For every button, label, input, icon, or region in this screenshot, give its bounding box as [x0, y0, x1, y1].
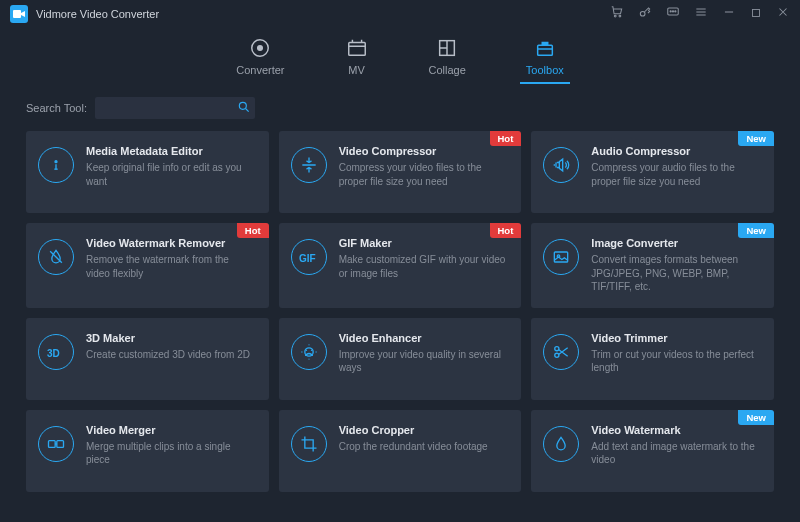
badge-hot: Hot [490, 223, 522, 238]
card-title: GIF Maker [339, 237, 508, 249]
svg-point-3 [640, 11, 645, 16]
content-area: Search Tool: Media Metadata Editor Keep … [0, 85, 800, 521]
card-title: Image Converter [591, 237, 760, 249]
card-text: Audio Compressor Compress your audio fil… [591, 145, 760, 199]
tab-label: MV [348, 64, 365, 76]
svg-point-2 [619, 15, 621, 17]
app-title: Vidmore Video Converter [36, 8, 610, 20]
badge-hot: Hot [237, 223, 269, 238]
card-desc: Compress your video files to the proper … [339, 161, 508, 188]
card-text: Video Cropper Crop the redundant video f… [339, 424, 488, 478]
svg-point-15 [55, 161, 57, 163]
card-text: Video Merger Merge multiple clips into a… [86, 424, 255, 478]
tab-label: Toolbox [526, 64, 564, 76]
window-controls [610, 5, 790, 23]
search-label: Search Tool: [26, 102, 87, 114]
card-desc: Merge multiple clips into a single piece [86, 440, 255, 467]
svg-rect-8 [753, 10, 760, 17]
mv-icon [345, 36, 369, 60]
tab-label: Converter [236, 64, 284, 76]
toolbox-icon [533, 36, 557, 60]
card-desc: Convert images formats between JPG/JPEG,… [591, 253, 760, 294]
tab-converter[interactable]: Converter [236, 36, 284, 84]
card-text: Video Trimmer Trim or cut your videos to… [591, 332, 760, 386]
svg-rect-23 [49, 440, 56, 447]
top-nav: Converter MV Collage Toolbox [0, 28, 800, 85]
close-icon[interactable] [776, 5, 790, 23]
card-title: Video Merger [86, 424, 255, 436]
tool-grid: Media Metadata Editor Keep original file… [26, 131, 774, 492]
tab-label: Collage [429, 64, 466, 76]
search-row: Search Tool: [26, 97, 774, 119]
card-title: Media Metadata Editor [86, 145, 255, 157]
compress-icon [291, 147, 327, 183]
collage-icon [435, 36, 459, 60]
crop-icon [291, 426, 327, 462]
card-text: Video Enhancer Improve your video qualit… [339, 332, 508, 386]
svg-point-7 [675, 11, 676, 12]
card-desc: Trim or cut your videos to the perfect l… [591, 348, 760, 375]
card-title: Video Compressor [339, 145, 508, 157]
svg-point-6 [672, 11, 673, 12]
trim-icon [543, 334, 579, 370]
card-desc: Crop the redundant video footage [339, 440, 488, 454]
svg-point-10 [258, 46, 263, 51]
tab-mv[interactable]: MV [345, 36, 369, 84]
tool-card[interactable]: Video Cropper Crop the redundant video f… [279, 410, 522, 492]
cart-icon[interactable] [610, 5, 624, 23]
card-desc: Add text and image watermark to the vide… [591, 440, 760, 467]
card-title: 3D Maker [86, 332, 250, 344]
svg-rect-13 [537, 45, 552, 55]
tool-card[interactable]: New Image Converter Convert images forma… [531, 223, 774, 308]
tool-card[interactable]: Media Metadata Editor Keep original file… [26, 131, 269, 213]
tool-card[interactable]: Video Merger Merge multiple clips into a… [26, 410, 269, 492]
card-desc: Compress your audio files to the proper … [591, 161, 760, 188]
svg-point-5 [670, 11, 671, 12]
info-icon [38, 147, 74, 183]
card-desc: Create customized 3D video from 2D [86, 348, 250, 362]
card-desc: Remove the watermark from the video flex… [86, 253, 255, 280]
card-title: Video Watermark [591, 424, 760, 436]
svg-text:GIF: GIF [299, 253, 316, 264]
key-icon[interactable] [638, 5, 652, 23]
tab-collage[interactable]: Collage [429, 36, 466, 84]
svg-rect-17 [555, 252, 568, 262]
card-text: GIF Maker Make customized GIF with your … [339, 237, 508, 294]
3d-icon: 3D [38, 334, 74, 370]
search-box [95, 97, 255, 119]
app-logo-icon [10, 5, 28, 23]
badge-new: New [738, 410, 774, 425]
card-desc: Make customized GIF with your video or i… [339, 253, 508, 280]
card-title: Video Trimmer [591, 332, 760, 344]
search-input[interactable] [95, 97, 255, 119]
svg-point-1 [614, 15, 616, 17]
card-text: Media Metadata Editor Keep original file… [86, 145, 255, 199]
tool-card[interactable]: New Video Watermark Add text and image w… [531, 410, 774, 492]
menu-icon[interactable] [694, 5, 708, 23]
svg-text:3D: 3D [47, 348, 60, 359]
merge-icon [38, 426, 74, 462]
minimize-icon[interactable] [722, 5, 736, 23]
tool-card[interactable]: Hot GIF GIF Maker Make customized GIF wi… [279, 223, 522, 308]
card-text: Video Watermark Remover Remove the water… [86, 237, 255, 294]
tool-card[interactable]: Hot Video Compressor Compress your video… [279, 131, 522, 213]
card-text: Image Converter Convert images formats b… [591, 237, 760, 294]
tool-card[interactable]: 3D 3D Maker Create customized 3D video f… [26, 318, 269, 400]
maximize-icon[interactable] [750, 5, 762, 23]
watermark-icon [543, 426, 579, 462]
feedback-icon[interactable] [666, 5, 680, 23]
tool-card[interactable]: Hot Video Watermark Remover Remove the w… [26, 223, 269, 308]
tool-card[interactable]: Video Trimmer Trim or cut your videos to… [531, 318, 774, 400]
gif-icon: GIF [291, 239, 327, 275]
tool-card[interactable]: New Audio Compressor Compress your audio… [531, 131, 774, 213]
svg-rect-11 [348, 43, 365, 56]
svg-rect-0 [13, 10, 21, 18]
tab-toolbox[interactable]: Toolbox [526, 36, 564, 84]
svg-rect-24 [57, 440, 64, 447]
badge-new: New [738, 223, 774, 238]
search-icon[interactable] [237, 100, 251, 118]
water-remove-icon [38, 239, 74, 275]
card-text: 3D Maker Create customized 3D video from… [86, 332, 250, 386]
tool-card[interactable]: Video Enhancer Improve your video qualit… [279, 318, 522, 400]
card-title: Video Enhancer [339, 332, 508, 344]
